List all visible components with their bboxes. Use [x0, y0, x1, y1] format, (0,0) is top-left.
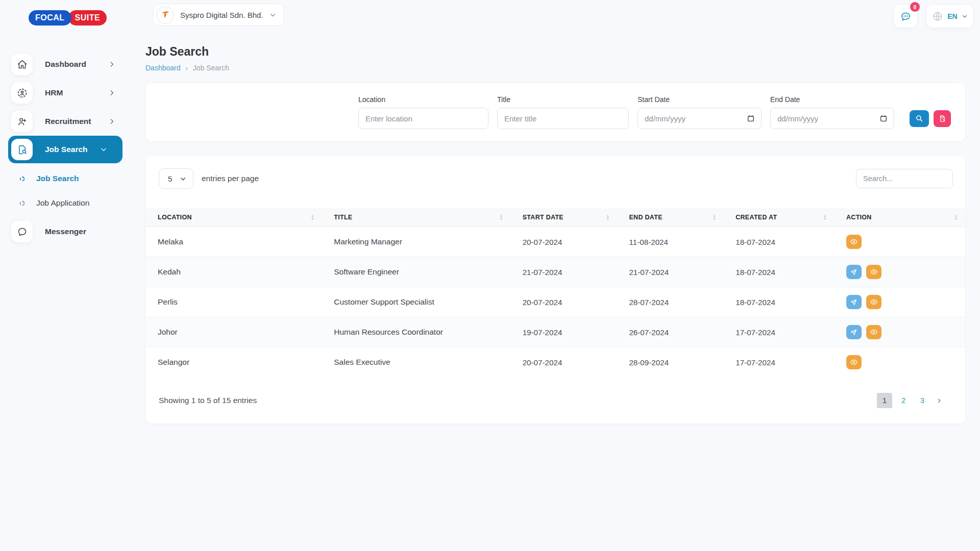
- entries-per-page-select[interactable]: 5: [159, 168, 193, 189]
- sidebar-item-dashboard[interactable]: Dashboard: [0, 50, 131, 79]
- next-page-button[interactable]: ›: [934, 395, 945, 406]
- filter-clear-button[interactable]: [934, 110, 951, 127]
- sort-icon: ▲▼: [713, 214, 716, 220]
- location-cell: Johor: [145, 317, 322, 347]
- title-cell: Software Engineer: [322, 257, 510, 287]
- action-cell: [834, 287, 965, 317]
- action-cell: [834, 317, 965, 347]
- view-button[interactable]: [866, 295, 881, 309]
- paper-plane-icon: [850, 329, 857, 336]
- chat-bubble-icon: [900, 11, 912, 22]
- start-date-cell: 19-07-2024: [510, 317, 617, 347]
- sort-icon: ▲▼: [499, 214, 503, 220]
- brand-focal: FOCAL: [29, 10, 71, 26]
- created-at-cell: 18-07-2024: [723, 257, 834, 287]
- app-root: FOCAL SUITE Dashboard HRM: [0, 0, 980, 551]
- start-date-input[interactable]: [638, 108, 762, 129]
- globe-icon: [932, 11, 943, 22]
- chevron-down-icon: [962, 13, 968, 19]
- breadcrumb: Dashboard › Job Search: [145, 64, 965, 72]
- paper-plane-icon: [850, 298, 857, 306]
- job-table-panel: 5 entries per page Location▲▼ Title▲▼ St…: [145, 156, 965, 423]
- sidebar: FOCAL SUITE Dashboard HRM: [0, 0, 131, 551]
- end-date-label: End Date: [770, 95, 894, 104]
- sidebar-item-hrm[interactable]: HRM: [0, 79, 131, 107]
- chevron-right-icon: [108, 89, 115, 96]
- sort-icon: ▲▼: [606, 214, 609, 220]
- end-date-cell: 26-07-2024: [617, 317, 723, 347]
- eye-icon: [870, 268, 878, 276]
- view-button[interactable]: [846, 235, 862, 249]
- sidebar-item-label: Job Search: [45, 145, 88, 154]
- table-row: PerlisCustomer Support Specialist20-07-2…: [145, 287, 965, 317]
- messages-button[interactable]: 0: [894, 5, 917, 28]
- table-search-input[interactable]: [856, 169, 953, 188]
- top-header: Syspro Digital Sdn. Bhd. 0 EN: [131, 0, 980, 33]
- main-content: Job Search Dashboard › Job Search Locati…: [131, 33, 980, 423]
- send-button[interactable]: [846, 265, 862, 279]
- action-cell: [834, 347, 965, 378]
- home-icon: [11, 54, 33, 75]
- view-button[interactable]: [866, 325, 881, 339]
- column-header-created-at[interactable]: Created At▲▼: [723, 208, 834, 227]
- start-date-cell: 20-07-2024: [510, 227, 617, 257]
- column-header-location[interactable]: Location▲▼: [145, 208, 322, 227]
- chevron-down-icon: [180, 176, 186, 182]
- sidebar-item-job-search[interactable]: Job Search: [8, 136, 122, 163]
- page-button-2[interactable]: 2: [896, 393, 911, 408]
- end-date-cell: 28-07-2024: [617, 287, 723, 317]
- view-button[interactable]: [866, 265, 881, 279]
- end-date-cell: 21-07-2024: [617, 257, 723, 287]
- end-date-input[interactable]: [770, 108, 894, 129]
- end-date-cell: 28-09-2024: [617, 347, 723, 378]
- send-button[interactable]: [846, 325, 862, 339]
- column-header-end-date[interactable]: End Date▲▼: [617, 208, 723, 227]
- location-cell: Perlis: [145, 287, 322, 317]
- table-row: KedahSoftware Engineer21-07-202421-07-20…: [145, 257, 965, 287]
- brand-suite: SUITE: [68, 10, 107, 26]
- language-selector[interactable]: EN: [927, 5, 973, 28]
- ring-icon: [19, 176, 25, 182]
- sidebar-item-messenger[interactable]: Messenger: [0, 217, 131, 246]
- sidebar-subitem-job-search[interactable]: Job Search: [0, 166, 131, 191]
- search-icon: [915, 114, 923, 122]
- send-button[interactable]: [846, 295, 862, 309]
- created-at-cell: 18-07-2024: [723, 287, 834, 317]
- column-header-start-date[interactable]: Start Date▲▼: [510, 208, 617, 227]
- title-cell: Marketing Manager: [322, 227, 510, 257]
- sidebar-subitem-job-application[interactable]: Job Application: [0, 191, 131, 215]
- end-date-field: End Date: [770, 95, 894, 129]
- eye-icon: [850, 358, 858, 366]
- table-row: JohorHuman Resources Coordinator19-07-20…: [145, 317, 965, 347]
- chevron-right-icon: [108, 61, 115, 68]
- action-cell: [834, 257, 965, 287]
- breadcrumb-dashboard-link[interactable]: Dashboard: [145, 64, 181, 72]
- sidebar-item-label: HRM: [45, 88, 63, 97]
- showing-entries-text: Showing 1 to 5 of 15 entries: [159, 396, 257, 405]
- filter-search-button[interactable]: [910, 110, 929, 127]
- title-label: Title: [497, 95, 629, 104]
- sidebar-item-recruitment[interactable]: Recruitment: [0, 107, 131, 136]
- column-header-title[interactable]: Title▲▼: [322, 208, 510, 227]
- view-button[interactable]: [846, 355, 862, 369]
- location-cell: Kedah: [145, 257, 322, 287]
- sort-icon: ▲▼: [823, 214, 827, 220]
- entries-value: 5: [168, 174, 172, 183]
- start-date-cell: 21-07-2024: [510, 257, 617, 287]
- page-button-3[interactable]: 3: [915, 393, 930, 408]
- column-header-action[interactable]: Action▲▼: [834, 208, 965, 227]
- created-at-cell: 18-07-2024: [723, 227, 834, 257]
- sidebar-item-label: Recruitment: [45, 117, 91, 126]
- title-input[interactable]: [497, 108, 629, 129]
- job-table: Location▲▼ Title▲▼ Start Date▲▼ End Date…: [145, 208, 965, 378]
- sidebar-subitem-label: Job Search: [36, 174, 79, 183]
- chevron-down-icon: [100, 146, 107, 153]
- location-cell: Selangor: [145, 347, 322, 378]
- location-input[interactable]: [358, 108, 488, 129]
- breadcrumb-current: Job Search: [193, 64, 229, 72]
- page-button-1[interactable]: 1: [877, 393, 892, 408]
- company-selector[interactable]: Syspro Digital Sdn. Bhd.: [153, 4, 284, 26]
- filter-panel: Location Title Start Date End Date: [145, 83, 965, 141]
- start-date-label: Start Date: [638, 95, 762, 104]
- table-row: SelangorSales Executive20-07-202428-09-2…: [145, 347, 965, 378]
